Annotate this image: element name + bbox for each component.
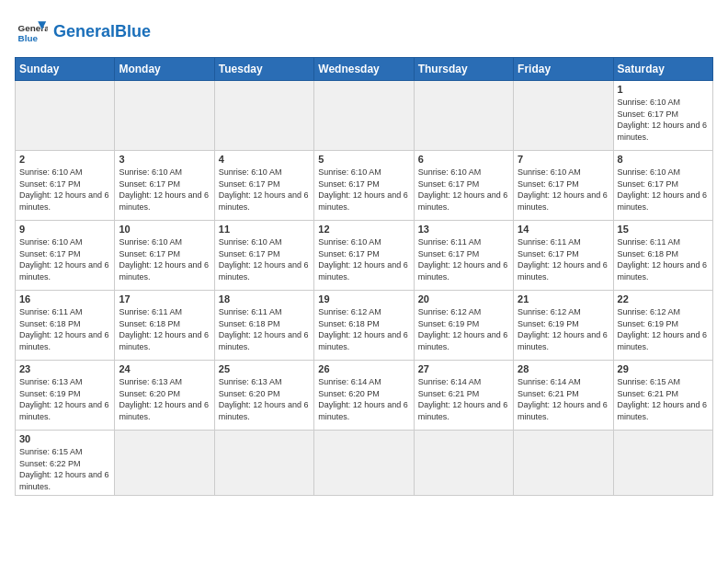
calendar-cell: 21Sunrise: 6:12 AM Sunset: 6:19 PM Dayli… (514, 291, 613, 361)
calendar-cell: 26Sunrise: 6:14 AM Sunset: 6:20 PM Dayli… (314, 361, 414, 431)
calendar-cell: 20Sunrise: 6:12 AM Sunset: 6:19 PM Dayli… (414, 291, 513, 361)
day-info: Sunrise: 6:11 AM Sunset: 6:17 PM Dayligh… (518, 236, 609, 282)
calendar-cell: 30Sunrise: 6:15 AM Sunset: 6:22 PM Dayli… (16, 431, 115, 496)
calendar-week-row: 1Sunrise: 6:10 AM Sunset: 6:17 PM Daylig… (16, 81, 713, 151)
day-number: 22 (618, 293, 709, 304)
day-number: 29 (618, 363, 709, 374)
calendar-cell: 24Sunrise: 6:13 AM Sunset: 6:20 PM Dayli… (115, 361, 214, 431)
calendar-cell: 10Sunrise: 6:10 AM Sunset: 6:17 PM Dayli… (115, 221, 214, 291)
calendar-cell (514, 431, 613, 496)
calendar-cell: 12Sunrise: 6:10 AM Sunset: 6:17 PM Dayli… (314, 221, 414, 291)
day-info: Sunrise: 6:15 AM Sunset: 6:22 PM Dayligh… (19, 446, 110, 492)
day-number: 2 (19, 154, 110, 165)
day-number: 26 (318, 363, 409, 374)
calendar-cell: 18Sunrise: 6:11 AM Sunset: 6:18 PM Dayli… (214, 291, 313, 361)
day-info: Sunrise: 6:10 AM Sunset: 6:17 PM Dayligh… (518, 167, 609, 213)
day-number: 8 (618, 154, 709, 165)
day-number: 6 (418, 154, 509, 165)
calendar-week-row: 2Sunrise: 6:10 AM Sunset: 6:17 PM Daylig… (16, 151, 713, 221)
calendar-cell: 29Sunrise: 6:15 AM Sunset: 6:21 PM Dayli… (613, 361, 712, 431)
day-info: Sunrise: 6:13 AM Sunset: 6:20 PM Dayligh… (219, 376, 310, 422)
day-info: Sunrise: 6:10 AM Sunset: 6:17 PM Dayligh… (618, 167, 709, 213)
day-info: Sunrise: 6:10 AM Sunset: 6:17 PM Dayligh… (119, 167, 210, 213)
day-info: Sunrise: 6:12 AM Sunset: 6:19 PM Dayligh… (418, 306, 509, 352)
calendar-week-row: 23Sunrise: 6:13 AM Sunset: 6:19 PM Dayli… (16, 361, 713, 431)
calendar-cell: 23Sunrise: 6:13 AM Sunset: 6:19 PM Dayli… (16, 361, 115, 431)
day-info: Sunrise: 6:11 AM Sunset: 6:18 PM Dayligh… (618, 236, 709, 282)
day-info: Sunrise: 6:11 AM Sunset: 6:17 PM Dayligh… (418, 236, 509, 282)
day-number: 20 (418, 293, 509, 304)
day-info: Sunrise: 6:12 AM Sunset: 6:19 PM Dayligh… (518, 306, 609, 352)
calendar-cell: 22Sunrise: 6:12 AM Sunset: 6:19 PM Dayli… (613, 291, 712, 361)
calendar-cell (115, 81, 214, 151)
day-number: 7 (518, 154, 609, 165)
day-number: 12 (318, 224, 409, 235)
day-info: Sunrise: 6:10 AM Sunset: 6:17 PM Dayligh… (219, 236, 310, 282)
calendar-header-saturday: Saturday (613, 58, 712, 81)
calendar-header-thursday: Thursday (414, 58, 513, 81)
day-info: Sunrise: 6:10 AM Sunset: 6:17 PM Dayligh… (318, 167, 409, 213)
day-number: 13 (418, 224, 509, 235)
day-number: 16 (19, 293, 110, 304)
calendar-cell (314, 431, 414, 496)
day-info: Sunrise: 6:14 AM Sunset: 6:21 PM Dayligh… (518, 376, 609, 422)
calendar: SundayMondayTuesdayWednesdayThursdayFrid… (15, 57, 713, 496)
day-info: Sunrise: 6:10 AM Sunset: 6:17 PM Dayligh… (618, 97, 709, 143)
day-number: 9 (19, 224, 110, 235)
day-number: 10 (119, 224, 210, 235)
day-info: Sunrise: 6:11 AM Sunset: 6:18 PM Dayligh… (19, 306, 110, 352)
day-number: 18 (219, 293, 310, 304)
day-number: 25 (219, 363, 310, 374)
day-number: 30 (19, 433, 110, 444)
day-number: 1 (618, 84, 709, 95)
calendar-cell: 25Sunrise: 6:13 AM Sunset: 6:20 PM Dayli… (214, 361, 313, 431)
day-number: 17 (119, 293, 210, 304)
calendar-cell: 19Sunrise: 6:12 AM Sunset: 6:18 PM Dayli… (314, 291, 414, 361)
logo-text: GeneralBlue (53, 23, 151, 40)
calendar-cell (414, 431, 513, 496)
day-number: 5 (318, 154, 409, 165)
calendar-cell (514, 81, 613, 151)
day-info: Sunrise: 6:13 AM Sunset: 6:20 PM Dayligh… (119, 376, 210, 422)
logo-icon: General Blue (15, 15, 48, 48)
day-info: Sunrise: 6:10 AM Sunset: 6:17 PM Dayligh… (418, 167, 509, 213)
calendar-cell: 16Sunrise: 6:11 AM Sunset: 6:18 PM Dayli… (16, 291, 115, 361)
calendar-cell (115, 431, 214, 496)
day-number: 27 (418, 363, 509, 374)
day-info: Sunrise: 6:10 AM Sunset: 6:17 PM Dayligh… (19, 167, 110, 213)
calendar-cell: 8Sunrise: 6:10 AM Sunset: 6:17 PM Daylig… (613, 151, 712, 221)
day-number: 15 (618, 224, 709, 235)
day-info: Sunrise: 6:13 AM Sunset: 6:19 PM Dayligh… (19, 376, 110, 422)
day-number: 3 (119, 154, 210, 165)
day-info: Sunrise: 6:11 AM Sunset: 6:18 PM Dayligh… (119, 306, 210, 352)
day-info: Sunrise: 6:15 AM Sunset: 6:21 PM Dayligh… (618, 376, 709, 422)
day-info: Sunrise: 6:10 AM Sunset: 6:17 PM Dayligh… (318, 236, 409, 282)
calendar-week-row: 16Sunrise: 6:11 AM Sunset: 6:18 PM Dayli… (16, 291, 713, 361)
calendar-cell: 17Sunrise: 6:11 AM Sunset: 6:18 PM Dayli… (115, 291, 214, 361)
calendar-cell: 7Sunrise: 6:10 AM Sunset: 6:17 PM Daylig… (514, 151, 613, 221)
calendar-header-sunday: Sunday (16, 58, 115, 81)
day-number: 28 (518, 363, 609, 374)
day-info: Sunrise: 6:10 AM Sunset: 6:17 PM Dayligh… (19, 236, 110, 282)
page: General Blue GeneralBlue SundayMondayTue… (0, 0, 728, 563)
calendar-cell: 13Sunrise: 6:11 AM Sunset: 6:17 PM Dayli… (414, 221, 513, 291)
calendar-cell: 2Sunrise: 6:10 AM Sunset: 6:17 PM Daylig… (16, 151, 115, 221)
logo: General Blue GeneralBlue (15, 15, 151, 48)
calendar-cell (414, 81, 513, 151)
calendar-cell: 15Sunrise: 6:11 AM Sunset: 6:18 PM Dayli… (613, 221, 712, 291)
day-info: Sunrise: 6:11 AM Sunset: 6:18 PM Dayligh… (219, 306, 310, 352)
day-info: Sunrise: 6:10 AM Sunset: 6:17 PM Dayligh… (119, 236, 210, 282)
calendar-cell: 3Sunrise: 6:10 AM Sunset: 6:17 PM Daylig… (115, 151, 214, 221)
day-number: 21 (518, 293, 609, 304)
day-number: 11 (219, 224, 310, 235)
day-info: Sunrise: 6:14 AM Sunset: 6:20 PM Dayligh… (318, 376, 409, 422)
calendar-cell: 9Sunrise: 6:10 AM Sunset: 6:17 PM Daylig… (16, 221, 115, 291)
day-info: Sunrise: 6:12 AM Sunset: 6:19 PM Dayligh… (618, 306, 709, 352)
calendar-header-tuesday: Tuesday (214, 58, 313, 81)
calendar-cell (16, 81, 115, 151)
calendar-cell: 4Sunrise: 6:10 AM Sunset: 6:17 PM Daylig… (214, 151, 313, 221)
calendar-cell: 14Sunrise: 6:11 AM Sunset: 6:17 PM Dayli… (514, 221, 613, 291)
day-info: Sunrise: 6:14 AM Sunset: 6:21 PM Dayligh… (418, 376, 509, 422)
calendar-header-row: SundayMondayTuesdayWednesdayThursdayFrid… (16, 58, 713, 81)
day-info: Sunrise: 6:12 AM Sunset: 6:18 PM Dayligh… (318, 306, 409, 352)
